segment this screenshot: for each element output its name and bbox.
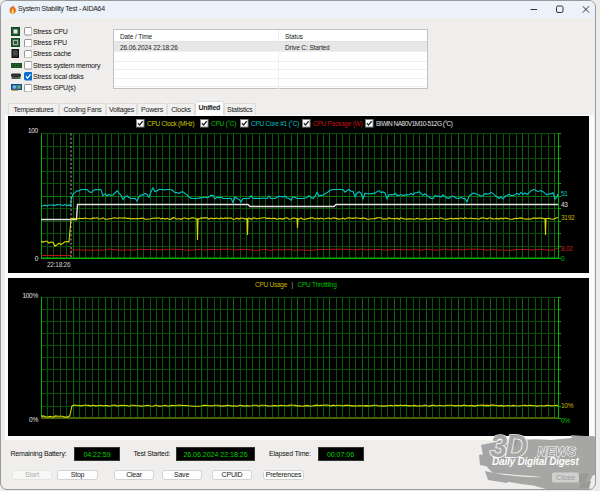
- svg-text:Close: Close: [556, 473, 575, 482]
- svg-text:Daily Digital Digest: Daily Digital Digest: [492, 456, 579, 467]
